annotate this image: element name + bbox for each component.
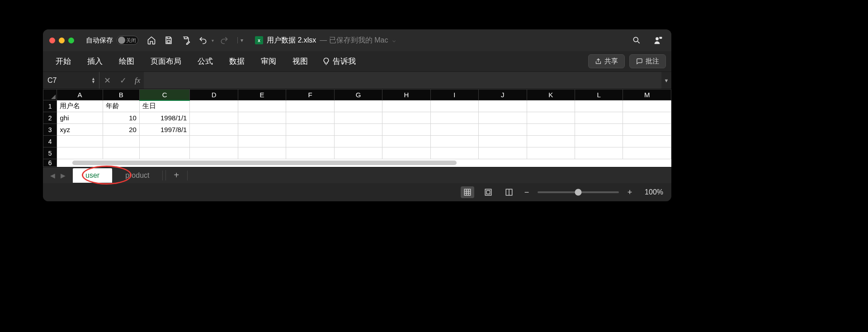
- cell[interactable]: [190, 136, 238, 147]
- cell[interactable]: [382, 147, 430, 159]
- cell[interactable]: [57, 147, 103, 159]
- cell[interactable]: [334, 147, 382, 159]
- share-button[interactable]: 共享: [588, 54, 625, 68]
- cell[interactable]: [623, 147, 671, 159]
- cell[interactable]: 10: [103, 112, 139, 124]
- col-header[interactable]: C: [139, 90, 190, 100]
- cell[interactable]: [527, 124, 575, 136]
- col-header[interactable]: J: [479, 90, 527, 100]
- tab-review[interactable]: 审阅: [254, 54, 283, 68]
- row-header[interactable]: 4: [43, 136, 57, 147]
- sheet-nav-prev-icon[interactable]: ◀: [47, 172, 58, 179]
- col-header[interactable]: M: [623, 90, 671, 100]
- redo-icon[interactable]: [217, 33, 231, 47]
- cell[interactable]: [238, 136, 286, 147]
- cell[interactable]: [430, 147, 478, 159]
- cell[interactable]: [139, 136, 190, 147]
- cell[interactable]: [238, 112, 286, 124]
- col-header[interactable]: H: [382, 90, 430, 100]
- col-header[interactable]: D: [190, 90, 238, 100]
- sheet-tab-product[interactable]: product: [113, 168, 162, 183]
- tab-view[interactable]: 视图: [285, 54, 315, 68]
- cell[interactable]: [382, 136, 430, 147]
- formula-accept-icon[interactable]: ✓: [115, 76, 131, 85]
- title-dropdown-icon[interactable]: ⌵: [392, 37, 396, 43]
- cell[interactable]: [286, 112, 334, 124]
- cell[interactable]: [57, 136, 103, 147]
- cell[interactable]: 用户名: [57, 100, 103, 112]
- account-icon[interactable]: [651, 33, 665, 47]
- tell-me-button[interactable]: 告诉我: [317, 54, 361, 68]
- cell[interactable]: xyz: [57, 124, 103, 136]
- zoom-slider[interactable]: [538, 191, 619, 193]
- zoom-in-button[interactable]: +: [626, 188, 633, 197]
- cell[interactable]: [190, 147, 238, 159]
- zoom-percent[interactable]: 100%: [641, 188, 663, 196]
- cell[interactable]: [575, 136, 623, 147]
- cell[interactable]: 1997/8/1: [139, 124, 190, 136]
- tab-home[interactable]: 开始: [48, 54, 78, 68]
- cell[interactable]: [479, 100, 527, 112]
- name-box-stepper[interactable]: ▲▼: [91, 77, 95, 84]
- cell[interactable]: [238, 147, 286, 159]
- cell[interactable]: [238, 124, 286, 136]
- formula-cancel-icon[interactable]: ✕: [99, 76, 115, 85]
- cell[interactable]: [382, 112, 430, 124]
- horizontal-scrollbar[interactable]: [57, 160, 671, 166]
- cell[interactable]: [479, 147, 527, 159]
- cell[interactable]: [286, 136, 334, 147]
- close-window-button[interactable]: [49, 38, 55, 43]
- cell[interactable]: 20: [103, 124, 139, 136]
- cell[interactable]: [527, 136, 575, 147]
- cell[interactable]: [430, 100, 478, 112]
- spreadsheet-grid[interactable]: A B C D E F G H I J K L M 1 用户名 年龄 生日: [43, 89, 671, 167]
- cell[interactable]: [190, 100, 238, 112]
- save-edit-icon[interactable]: [179, 33, 193, 47]
- cell[interactable]: [286, 124, 334, 136]
- formula-expand-icon[interactable]: ▼: [661, 78, 671, 83]
- cell[interactable]: [334, 136, 382, 147]
- row-header[interactable]: 3: [43, 124, 57, 136]
- cell[interactable]: [479, 136, 527, 147]
- row-header[interactable]: 2: [43, 112, 57, 124]
- cell[interactable]: [334, 112, 382, 124]
- cell[interactable]: [286, 100, 334, 112]
- col-header[interactable]: B: [103, 90, 139, 100]
- add-sheet-button[interactable]: +: [165, 170, 188, 180]
- cell[interactable]: [623, 124, 671, 136]
- view-page-layout-icon[interactable]: [481, 186, 495, 198]
- scrollbar-thumb[interactable]: [72, 161, 457, 165]
- tab-draw[interactable]: 绘图: [112, 54, 142, 68]
- cell[interactable]: [103, 147, 139, 159]
- autosave-switch[interactable]: 关闭: [117, 36, 138, 45]
- name-box[interactable]: C7 ▲▼: [43, 72, 99, 89]
- row-header[interactable]: 6: [43, 159, 57, 167]
- autosave-control[interactable]: 自动保存 关闭: [86, 36, 138, 45]
- zoom-slider-thumb[interactable]: [575, 189, 582, 196]
- minimize-window-button[interactable]: [59, 38, 65, 43]
- cell[interactable]: [575, 100, 623, 112]
- row-header[interactable]: 5: [43, 147, 57, 159]
- cell[interactable]: [238, 100, 286, 112]
- cell[interactable]: [430, 124, 478, 136]
- cell[interactable]: [479, 124, 527, 136]
- cell[interactable]: [190, 112, 238, 124]
- cell[interactable]: 生日: [139, 100, 190, 112]
- sheet-tab-user[interactable]: user: [73, 168, 112, 183]
- view-normal-icon[interactable]: [461, 186, 474, 198]
- col-header[interactable]: K: [527, 90, 575, 100]
- search-icon[interactable]: [630, 33, 643, 47]
- qat-customize-icon[interactable]: ▾: [237, 37, 246, 43]
- cell[interactable]: [527, 112, 575, 124]
- cell[interactable]: [334, 124, 382, 136]
- cell[interactable]: [623, 100, 671, 112]
- cell[interactable]: ghi: [57, 112, 103, 124]
- col-header[interactable]: I: [430, 90, 478, 100]
- undo-dropdown-icon[interactable]: ▾: [212, 38, 214, 43]
- cell[interactable]: [623, 112, 671, 124]
- undo-icon[interactable]: [196, 33, 210, 47]
- tab-layout[interactable]: 页面布局: [143, 54, 189, 68]
- col-header[interactable]: F: [286, 90, 334, 100]
- zoom-out-button[interactable]: −: [523, 188, 530, 197]
- tab-insert[interactable]: 插入: [80, 54, 110, 68]
